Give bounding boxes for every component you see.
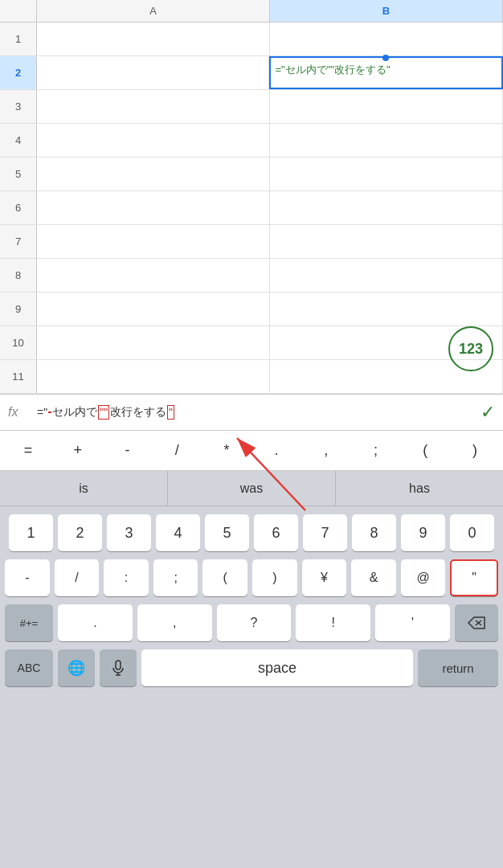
row-num-8: 8	[0, 259, 37, 292]
key-question[interactable]: ?	[217, 604, 292, 641]
cell-a8[interactable]	[37, 259, 270, 292]
key-dquote[interactable]: "	[450, 559, 498, 596]
key-abc[interactable]: ABC	[5, 649, 53, 686]
key-period[interactable]: .	[58, 604, 133, 641]
formula-highlight-open	[48, 411, 51, 413]
spreadsheet: A B 1 2 ="セル内で""改行をする" 3	[0, 0, 503, 394]
cell-b6[interactable]	[270, 191, 503, 224]
suggestion-is[interactable]: is	[0, 471, 168, 506]
cell-b7[interactable]	[270, 225, 503, 258]
cell-b1[interactable]	[270, 23, 503, 55]
table-row: 10 123	[0, 326, 503, 360]
op-dot[interactable]: .	[251, 437, 301, 464]
key-semicolon2[interactable]: ;	[153, 559, 198, 596]
key-at[interactable]: @	[401, 559, 446, 596]
key-hashplus[interactable]: #+=	[5, 604, 53, 641]
keyboard: 1 2 3 4 5 6 7 8 9 0 - / : ; ( ) ¥ & @ " …	[0, 506, 503, 868]
formula-eq: ="	[37, 406, 47, 419]
formula-content[interactable]: ="セル内で""改行をする"	[37, 405, 474, 420]
confirm-button[interactable]: ✓	[481, 402, 495, 423]
cell-a9[interactable]	[37, 293, 270, 326]
row-num-4: 4	[0, 124, 37, 157]
cell-a6[interactable]	[37, 191, 270, 224]
cell-b8[interactable]	[270, 259, 503, 292]
op-rparen[interactable]: )	[450, 437, 500, 464]
cell-a5[interactable]	[37, 158, 270, 190]
cell-a7[interactable]	[37, 225, 270, 258]
op-slash[interactable]: /	[152, 437, 202, 464]
table-row: 9	[0, 293, 503, 326]
cell-b4[interactable]	[270, 124, 503, 157]
key-0[interactable]: 0	[450, 514, 494, 551]
operator-row: = + - / * . , ; ( )	[0, 431, 503, 471]
key-9[interactable]: 9	[401, 514, 445, 551]
key-mic[interactable]	[100, 649, 137, 686]
col-header-a[interactable]: A	[37, 0, 270, 22]
key-yen[interactable]: ¥	[302, 559, 347, 596]
key-return[interactable]: return	[418, 649, 498, 686]
row-num-11: 11	[0, 360, 37, 393]
key-minus[interactable]: -	[5, 559, 50, 596]
key-5[interactable]: 5	[205, 514, 249, 551]
formula-highlight-quotes: ""	[98, 405, 109, 420]
cell-a2[interactable]	[37, 56, 269, 89]
key-2[interactable]: 2	[58, 514, 102, 551]
cell-a10[interactable]	[37, 326, 270, 359]
key-8[interactable]: 8	[352, 514, 396, 551]
key-rparen2[interactable]: )	[252, 559, 297, 596]
key-globe[interactable]: 🌐	[58, 649, 95, 686]
key-space[interactable]: space	[141, 649, 413, 686]
key-comma2[interactable]: ,	[137, 604, 212, 641]
key-colon[interactable]: :	[104, 559, 149, 596]
row-num-6: 6	[0, 191, 37, 224]
row-num-3: 3	[0, 90, 37, 123]
formula-bar: fx ="セル内で""改行をする" ✓	[0, 394, 503, 431]
cell-a4[interactable]	[37, 124, 270, 157]
cell-b2[interactable]: ="セル内で""改行をする"	[269, 56, 504, 89]
table-row: 4	[0, 124, 503, 158]
suggestion-was[interactable]: was	[168, 471, 336, 506]
row-num-7: 7	[0, 225, 37, 258]
cell-a1[interactable]	[37, 23, 270, 55]
op-star[interactable]: *	[202, 437, 251, 464]
table-row: 1	[0, 23, 503, 56]
cell-b11[interactable]	[270, 360, 503, 393]
formula-highlight-close: "	[167, 405, 174, 420]
op-semicolon[interactable]: ;	[351, 437, 401, 464]
op-minus[interactable]: -	[103, 437, 153, 464]
cell-a3[interactable]	[37, 90, 270, 123]
op-equals[interactable]: =	[3, 437, 53, 464]
key-4[interactable]: 4	[156, 514, 200, 551]
key-1[interactable]: 1	[9, 514, 53, 551]
key-3[interactable]: 3	[107, 514, 151, 551]
cell-b5[interactable]	[270, 158, 503, 190]
key-6[interactable]: 6	[254, 514, 298, 551]
key-row-bottom: ABC 🌐 space return	[5, 649, 498, 686]
sheet-body: 1 2 ="セル内で""改行をする" 3 4	[0, 23, 503, 394]
suggestion-row: is was has	[0, 471, 503, 506]
key-amp[interactable]: &	[351, 559, 396, 596]
table-row: 5	[0, 158, 503, 191]
cell-b3[interactable]	[270, 90, 503, 123]
key-7[interactable]: 7	[303, 514, 347, 551]
op-comma[interactable]: ,	[301, 437, 351, 464]
cell-b9[interactable]	[270, 293, 503, 326]
key-lparen2[interactable]: (	[202, 559, 247, 596]
key-exclaim[interactable]: !	[296, 604, 370, 641]
key-fslash[interactable]: /	[55, 559, 100, 596]
table-row: 7	[0, 225, 503, 259]
suggestion-has[interactable]: has	[336, 471, 503, 506]
cell-value: ="セル内で""改行をする"	[276, 63, 391, 77]
key-apos[interactable]: '	[375, 604, 450, 641]
fx-label: fx	[8, 405, 31, 420]
col-header-b[interactable]: B	[270, 0, 503, 22]
row-num-1: 1	[0, 23, 37, 55]
formula-part2: 改行をする	[110, 405, 166, 420]
table-row: 11	[0, 360, 503, 394]
row-num-9: 9	[0, 293, 37, 326]
cell-a11[interactable]	[37, 360, 270, 393]
table-row: 2 ="セル内で""改行をする"	[0, 56, 503, 90]
op-plus[interactable]: +	[53, 437, 103, 464]
backspace-key[interactable]	[455, 604, 498, 641]
op-lparen[interactable]: (	[400, 437, 450, 464]
